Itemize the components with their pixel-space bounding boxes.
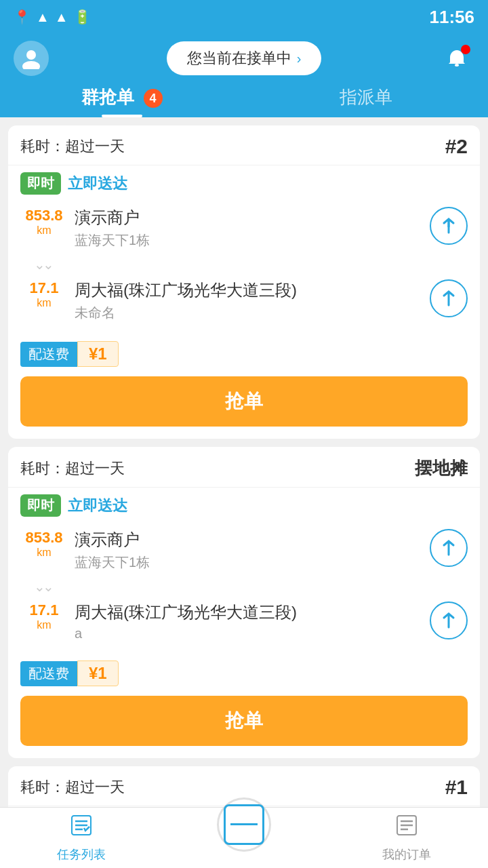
content-area: 耗时：超过一天 #2 即时 立即送达 853.8 km 演示商户 蓝海天下1栋 <box>0 117 488 868</box>
order-2-delivery-type: 立即送达 <box>68 496 127 516</box>
order-2-immediate-badge: 即时 <box>20 494 61 517</box>
pickup-dist-num: 853.8 <box>25 207 62 224</box>
down-arrows-icon: ⌄⌄ <box>34 258 52 271</box>
tab-group-orders[interactable]: 群抢单 4 <box>0 85 244 117</box>
notification-badge <box>461 45 470 54</box>
header: 您当前在接单中 › <box>0 34 488 76</box>
status-icons: 📍 ▲ ▲ 🔋 <box>14 9 91 25</box>
bell-button[interactable] <box>439 41 474 76</box>
order-2-dropoff-info: 周大福(珠江广场光华大道三段) a <box>75 601 423 642</box>
status-time: 11:56 <box>430 7 475 28</box>
dropoff-dist-num: 17.1 <box>30 279 59 297</box>
order-1-divider: ⌄⌄ <box>34 256 468 273</box>
order-2-header: 耗时：超过一天 摆地摊 <box>8 447 480 488</box>
order-2-divider: ⌄⌄ <box>34 578 468 595</box>
order2-dropoff-navigate-btn[interactable] <box>430 601 468 639</box>
order-1-fee-amount: ¥1 <box>77 341 119 367</box>
pickup-dist-unit: km <box>37 224 51 237</box>
status-text: 您当前在接单中 <box>187 48 291 68</box>
nav-my-orders[interactable]: 我的订单 <box>325 808 488 868</box>
tab-group-label: 群抢单 <box>81 87 134 107</box>
order-2-id: 摆地摊 <box>415 456 468 480</box>
order2-pickup-dist-num: 853.8 <box>25 529 62 547</box>
avatar[interactable] <box>14 41 49 76</box>
order-2-dropoff-row: 17.1 km 周大福(珠江广场光华大道三段) a <box>20 595 468 648</box>
order-2-pickup-distance: 853.8 km <box>20 529 68 559</box>
nav-task-list[interactable]: 任务列表 <box>0 808 163 868</box>
status-bar: 📍 ▲ ▲ 🔋 11:56 <box>0 0 488 34</box>
order-1-time: 耗时：超过一天 <box>20 136 125 157</box>
order-1-dropoff-distance: 17.1 km <box>20 279 68 309</box>
order2-dropoff-dist-unit: km <box>37 619 51 631</box>
order-2-type: 即时 立即送达 <box>8 488 480 522</box>
order-1-pickup-distance: 853.8 km <box>20 207 68 237</box>
battery-icon: 🔋 <box>74 9 91 25</box>
svg-point-0 <box>26 50 36 60</box>
signal-icon: ▲ <box>55 9 68 25</box>
my-orders-icon <box>394 813 419 844</box>
order-1-type: 即时 立即送达 <box>8 165 480 200</box>
task-list-icon <box>69 813 94 844</box>
order-2-dropoff-distance: 17.1 km <box>20 601 68 631</box>
order2-pickup-addr: 蓝海天下1栋 <box>75 553 423 572</box>
order-2-time: 耗时：超过一天 <box>20 458 125 479</box>
dropoff-navigate-btn[interactable] <box>430 279 468 317</box>
status-button[interactable]: 您当前在接单中 › <box>167 41 322 75</box>
tab-assigned-label: 指派单 <box>340 87 392 107</box>
order2-dropoff-name: 周大福(珠江广场光华大道三段) <box>75 601 423 623</box>
pickup-name: 演示商户 <box>75 207 423 229</box>
order2-pickup-navigate-btn[interactable] <box>430 529 468 567</box>
order-1-header: 耗时：超过一天 #2 <box>8 125 480 165</box>
bottom-nav: 任务列表 我的订单 <box>0 807 488 868</box>
arrow-icon: › <box>297 51 302 66</box>
order2-pickup-dist-unit: km <box>37 547 51 559</box>
scan-button[interactable] <box>217 797 271 852</box>
order-2-fee-row: 配送费 ¥1 <box>8 655 480 696</box>
pickup-addr: 蓝海天下1栋 <box>75 231 423 250</box>
order-1-pickup-row: 853.8 km 演示商户 蓝海天下1栋 <box>20 200 468 256</box>
dropoff-dist-unit: km <box>37 297 51 309</box>
order-1-id: #2 <box>445 135 468 158</box>
order-3-id: #1 <box>445 776 468 799</box>
order-1-dropoff-row: 17.1 km 周大福(珠江广场光华大道三段) 未命名 <box>20 273 468 329</box>
scan-inner <box>224 804 264 845</box>
order-card-1: 耗时：超过一天 #2 即时 立即送达 853.8 km 演示商户 蓝海天下1栋 <box>8 125 480 439</box>
down-arrows-icon-2: ⌄⌄ <box>34 580 52 593</box>
svg-point-1 <box>22 61 40 69</box>
order-1-grab-button[interactable]: 抢单 <box>20 376 468 427</box>
order2-dropoff-addr: a <box>75 626 423 642</box>
order-card-2: 耗时：超过一天 摆地摊 即时 立即送达 853.8 km 演示商户 蓝海天下1栋 <box>8 447 480 758</box>
nav-orders-label: 我的订单 <box>382 846 431 863</box>
order-3-time: 耗时：超过一天 <box>20 777 125 797</box>
nav-scan[interactable] <box>163 808 325 868</box>
order-1-pickup-info: 演示商户 蓝海天下1栋 <box>75 207 423 250</box>
dropoff-name: 周大福(珠江广场光华大道三段) <box>75 279 423 301</box>
order-2-pickup-row: 853.8 km 演示商户 蓝海天下1栋 <box>20 522 468 578</box>
tabs: 群抢单 4 指派单 <box>0 76 488 117</box>
order-2-fee-amount: ¥1 <box>77 660 119 686</box>
scan-line <box>230 823 258 825</box>
wifi-icon: ▲ <box>36 9 49 25</box>
pickup-navigate-btn[interactable] <box>430 207 468 245</box>
order-1-fee-label: 配送费 <box>20 342 77 367</box>
order2-dropoff-dist-num: 17.1 <box>30 601 59 619</box>
order-1-dropoff-info: 周大福(珠江广场光华大道三段) 未命名 <box>75 279 423 322</box>
order-1-immediate-badge: 即时 <box>20 172 61 195</box>
dropoff-addr: 未命名 <box>75 304 423 322</box>
svg-rect-2 <box>455 64 459 66</box>
tab-group-badge: 4 <box>144 89 163 108</box>
order-2-grab-button[interactable]: 抢单 <box>20 696 468 746</box>
tab-assigned-orders[interactable]: 指派单 <box>244 85 488 117</box>
nav-task-label: 任务列表 <box>57 846 106 863</box>
order-1-delivery-type: 立即送达 <box>68 174 127 194</box>
location-icon: 📍 <box>14 9 30 25</box>
order-1-fee-row: 配送费 ¥1 <box>8 336 480 376</box>
order-2-fee-label: 配送费 <box>20 661 77 686</box>
order2-pickup-name: 演示商户 <box>75 529 423 551</box>
order-2-pickup-info: 演示商户 蓝海天下1栋 <box>75 529 423 572</box>
order-1-locations: 853.8 km 演示商户 蓝海天下1栋 ⌄⌄ <box>8 200 480 336</box>
order-2-locations: 853.8 km 演示商户 蓝海天下1栋 ⌄⌄ 17.1 <box>8 522 480 655</box>
